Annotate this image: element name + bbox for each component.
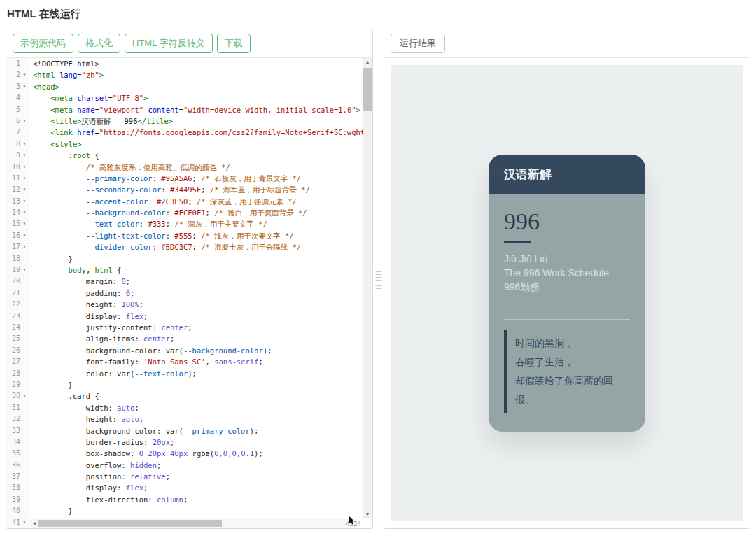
code-line[interactable]: 4 <meta charset="UTF-8"> <box>6 92 372 104</box>
fold-caret-icon[interactable]: ▾ <box>20 139 29 150</box>
line-number: 17 <box>6 241 20 253</box>
word-divider <box>504 241 531 243</box>
line-number: 31 <box>6 402 20 413</box>
code-line[interactable]: 35 box-shadow: 0 20px 40px rgba(0,0,0,0.… <box>6 448 372 459</box>
fold-gutter <box>20 448 29 459</box>
code-line[interactable]: 16▾ --light-text-color: #555; /* 浅灰，用于次要… <box>6 230 372 241</box>
code-line[interactable]: 33 background-color: var(--primary-color… <box>6 425 372 437</box>
code-text: --background-color: #ECF0F1; /* 雅白，用于页面背… <box>29 207 307 218</box>
line-number: 38 <box>6 482 20 493</box>
line-number: 20 <box>6 276 20 287</box>
toolbar-button[interactable]: 格式化 <box>78 34 120 53</box>
code-editor[interactable]: 1<!DOCTYPE html>2▾<html lang="zh">3▾<hea… <box>6 58 372 528</box>
code-line[interactable]: 28 color: var(--text-color); <box>6 368 372 379</box>
line-number: 32 <box>6 413 20 425</box>
fold-caret-icon[interactable]: ▾ <box>20 150 29 161</box>
fold-caret-icon[interactable]: ▾ <box>20 173 29 184</box>
fold-caret-icon[interactable]: ▾ <box>20 196 29 207</box>
code-line[interactable]: 31 width: auto; <box>6 402 372 413</box>
line-number: 30 <box>6 390 20 402</box>
run-result-button[interactable]: 运行结果 <box>391 34 445 53</box>
code-line[interactable]: 5 <meta name="viewport" content="width=d… <box>6 104 372 115</box>
vertical-scrollbar[interactable]: ▲ ▼ <box>363 58 372 519</box>
line-number: 2 <box>6 69 20 80</box>
panel-splitter[interactable] <box>373 29 384 529</box>
fold-gutter <box>20 482 29 493</box>
code-line[interactable]: 1<!DOCTYPE html> <box>6 58 372 69</box>
horizontal-scroll-thumb[interactable] <box>38 520 222 527</box>
code-line[interactable]: 34 border-radius: 20px; <box>6 437 372 448</box>
code-line[interactable]: 9▾ :root { <box>6 150 372 161</box>
code-line[interactable]: 2▾<html lang="zh"> <box>6 69 372 80</box>
fold-gutter <box>20 322 29 333</box>
code-line[interactable]: 24 justify-content: center; <box>6 322 372 333</box>
fold-gutter <box>20 368 29 379</box>
code-line[interactable]: 29 } <box>6 379 372 390</box>
fold-caret-icon[interactable]: ▾ <box>20 184 29 195</box>
code-line[interactable]: 13▾ --accent-color: #2C3E50; /* 深灰蓝，用于强调… <box>6 196 372 207</box>
code-line[interactable]: 22 height: 100%; <box>6 299 372 310</box>
code-line[interactable]: 14▾ --background-color: #ECF0F1; /* 雅白，用… <box>6 207 372 218</box>
code-text: display: flex; <box>29 482 148 493</box>
code-line[interactable]: 8▾ <style> <box>6 139 372 150</box>
fold-caret-icon[interactable]: ▾ <box>20 230 29 241</box>
code-line[interactable]: 20 margin: 0; <box>6 276 372 287</box>
code-text: background-color: var(--background-color… <box>29 345 272 356</box>
fold-caret-icon[interactable]: ▾ <box>20 218 29 229</box>
fold-caret-icon[interactable]: ▾ <box>20 81 29 92</box>
code-line[interactable]: 30▾ .card { <box>6 390 372 402</box>
fold-gutter <box>20 345 29 356</box>
toolbar-button[interactable]: HTML 字符反转义 <box>125 34 213 53</box>
line-number: 28 <box>6 368 20 379</box>
code-line[interactable]: 17▾ --divider-color: #BDC3C7; /* 混凝土灰，用于… <box>6 241 372 253</box>
toolbar-button[interactable]: 示例源代码 <box>13 34 74 53</box>
code-line[interactable]: 15▾ --text-color: #333; /* 深灰，用于主要文字 */ <box>6 218 372 229</box>
code-text: } <box>29 379 73 390</box>
code-line[interactable]: 7 <link href="https://fonts.googleapis.c… <box>6 127 372 138</box>
code-text: } <box>29 253 73 264</box>
code-line[interactable]: 26 background-color: var(--background-co… <box>6 345 372 356</box>
code-text: :root { <box>29 150 99 161</box>
fold-gutter <box>20 425 29 437</box>
code-line[interactable]: 6▾ <title>汉语新解 - 996</title> <box>6 115 372 127</box>
code-text: <html lang="zh"> <box>29 69 104 80</box>
vertical-scroll-thumb[interactable] <box>363 68 372 111</box>
code-line[interactable]: 21 padding: 0; <box>6 288 372 299</box>
scroll-left-icon[interactable]: ◀ <box>30 521 38 526</box>
fold-gutter <box>20 494 29 505</box>
code-text: background-color: var(--primary-color); <box>29 425 258 437</box>
code-line[interactable]: 18 } <box>6 253 372 264</box>
fold-caret-icon[interactable]: ▾ <box>20 517 29 528</box>
code-line[interactable]: 32 height: auto; <box>6 413 372 425</box>
fold-caret-icon[interactable]: ▾ <box>20 390 29 402</box>
card-english: The 996 Work Schedule <box>504 266 630 280</box>
code-line[interactable]: 39 flex-direction: column; <box>6 494 372 505</box>
code-line[interactable]: 19▾ body, html { <box>6 264 372 276</box>
code-text: justify-content: center; <box>29 322 192 333</box>
fold-caret-icon[interactable]: ▾ <box>20 264 29 276</box>
code-line[interactable]: 23 display: flex; <box>6 311 372 322</box>
code-line[interactable]: 11▾ --primary-color: #95A5A6; /* 石板灰，用于背… <box>6 173 372 184</box>
line-number: 27 <box>6 356 20 367</box>
fold-caret-icon[interactable]: ▾ <box>20 69 29 80</box>
scroll-up-icon[interactable]: ▲ <box>363 58 372 67</box>
code-line[interactable]: 3▾<head> <box>6 81 372 92</box>
code-line[interactable]: 36 overflow: hidden; <box>6 460 372 471</box>
code-line[interactable]: 37 position: relative; <box>6 471 372 482</box>
horizontal-scrollbar[interactable]: ◀ <box>30 519 357 528</box>
editor-panel: 示例源代码格式化HTML 字符反转义下载 1<!DOCTYPE html>2▾<… <box>6 29 373 529</box>
code-line[interactable]: 40 } <box>6 505 372 516</box>
code-line[interactable]: 27 font-family: 'Noto Sans SC', sans-ser… <box>6 356 372 367</box>
fold-caret-icon[interactable]: ▾ <box>20 162 29 173</box>
fold-caret-icon[interactable]: ▾ <box>20 207 29 218</box>
toolbar-button[interactable]: 下载 <box>217 34 251 53</box>
fold-caret-icon[interactable]: ▾ <box>20 241 29 253</box>
fold-caret-icon[interactable]: ▾ <box>20 115 29 127</box>
code-line[interactable]: 25 align-items: center; <box>6 333 372 344</box>
code-text: <meta charset="UTF-8"> <box>29 92 148 104</box>
scroll-down-icon[interactable]: ▼ <box>363 510 372 519</box>
code-line[interactable]: 38 display: flex; <box>6 482 372 493</box>
code-line[interactable]: 12▾ --secondary-color: #34495E; /* 海军蓝，用… <box>6 184 372 195</box>
code-text: position: relative; <box>29 471 170 482</box>
code-line[interactable]: 10▾ /* 高雅灰度系：使用高雅、低调的颜色 */ <box>6 162 372 173</box>
